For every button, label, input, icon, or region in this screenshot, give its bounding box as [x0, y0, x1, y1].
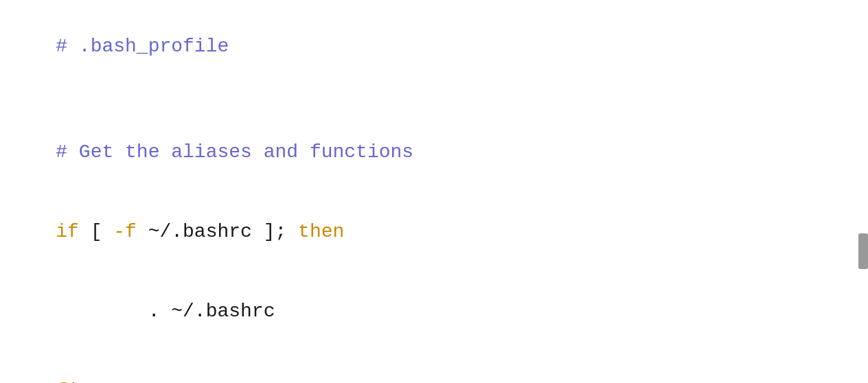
- code-line-1: # .bash_profile: [10, 7, 868, 86]
- code-keyword: then: [298, 221, 344, 242]
- code-segment: # Get the aliases and functions: [56, 141, 413, 163]
- code-line-4: if [ -f ~/.bashrc ]; then: [10, 192, 868, 272]
- code-line-2: [10, 86, 868, 113]
- code-segment: [: [79, 221, 113, 242]
- code-editor[interactable]: # .bash_profile # Get the aliases and fu…: [0, 0, 868, 383]
- scrollbar-thumb[interactable]: [858, 233, 868, 269]
- code-keyword: fi: [56, 380, 79, 383]
- code-line-6: fi: [10, 351, 868, 383]
- code-keyword: -f: [113, 221, 137, 242]
- code-segment: ~/.bashrc ];: [137, 221, 298, 242]
- code-segment: # .bash_profile: [56, 36, 229, 57]
- code-line-3: # Get the aliases and functions: [10, 113, 868, 193]
- code-line-5: . ~/.bashrc: [10, 272, 868, 351]
- code-keyword: if: [56, 221, 79, 242]
- code-segment: . ~/.bashrc: [56, 301, 275, 322]
